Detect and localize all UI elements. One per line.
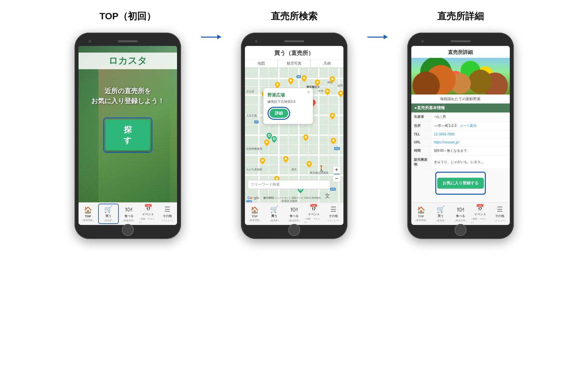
tab-other-3[interactable]: ☰ その他 （メニュー） — [490, 203, 509, 225]
svg-point-1 — [290, 80, 292, 82]
map-tab-aerial[interactable]: 航空写真 — [278, 59, 311, 68]
popup-close[interactable]: × — [307, 90, 310, 95]
zoom-in-button[interactable]: + — [333, 166, 341, 174]
screen2-section: 直売所検索 買う（直売所） 地図 航空写真 凡例 — [241, 10, 347, 239]
value-url[interactable]: https://nousan.jp/ — [431, 138, 510, 146]
hero-area: ロカスタ 近所の直売所を お気に入り登録しよう！ 探す — [79, 46, 177, 202]
area-label-8: ちひろ美術館 — [246, 168, 262, 171]
veg-illustration — [411, 58, 510, 95]
google-logo: Google — [248, 196, 259, 200]
favorite-button[interactable]: お気に入り登録する — [437, 178, 484, 189]
label-tel: TEL — [411, 130, 431, 138]
table-row: 生産者 ○山△男 — [411, 112, 510, 121]
svg-point-22 — [276, 178, 278, 180]
phone-topbar-3 — [411, 37, 510, 46]
detail-button[interactable]: 詳細 — [270, 109, 288, 118]
table-row: 住所 ○○市○○町1-2-3 ルート案内 — [411, 121, 510, 130]
tab-eat-1[interactable]: 🍽 食べる （飲食店等） — [119, 203, 139, 225]
tab-bar-3: 🏠 TOP （更新情報） 🛒 買う （直売所） 🍽 食べる （飲食店等） — [411, 202, 510, 225]
area-label-5: 土山店 — [246, 90, 254, 93]
value-address: ○○市○○町1-2-3 ルート案内 — [431, 121, 510, 130]
phone-speaker-1 — [118, 40, 138, 42]
tab-other-2[interactable]: ☰ その他 （メニュー） — [323, 203, 343, 225]
tab-buy-1[interactable]: 🛒 買う （直売所） — [98, 204, 119, 224]
phone-topbar-2 — [245, 37, 343, 46]
home-button-3[interactable] — [455, 224, 467, 236]
fav-btn-highlight: お気に入り登録する — [435, 172, 486, 195]
tab-other-1[interactable]: ☰ その他 （メニュー） — [158, 203, 177, 225]
tab-eat-3[interactable]: 🍽 食べる （飲食店等） — [451, 203, 470, 225]
pin-5 — [330, 76, 335, 83]
search-btn-wrapper: 探す — [103, 117, 152, 153]
svg-point-0 — [277, 84, 279, 86]
home-icon-1: 🏠 — [84, 206, 92, 214]
road-badge-5: 116 — [246, 200, 252, 202]
pin-2 — [288, 78, 294, 85]
tab-top-1[interactable]: 🏠 TOP （更新情報） — [79, 203, 98, 225]
google-e: e — [257, 196, 259, 200]
tab-buy-3[interactable]: 🛒 買う （直売所） — [431, 203, 451, 225]
calendar-icon-1: 📅 — [144, 204, 152, 212]
pin-yellow-r4c — [331, 138, 336, 144]
map-tab-map[interactable]: 地図 — [245, 59, 278, 68]
pin-yellow-r5b — [283, 156, 289, 163]
tab-eat-2[interactable]: 🍽 食べる （飲食店等） — [284, 203, 304, 225]
pin-9 — [338, 91, 343, 97]
popup-address: 練馬区下石神井3-6 — [268, 99, 309, 104]
tab-event-2[interactable]: 📅 イベント （体験・マルシェ） — [304, 203, 323, 225]
home-button-2[interactable] — [288, 224, 300, 236]
map-area: 東京都立大 中央 病院 成増 土山店 大泉学園 石神井郵便局 ちひろ美術館 上井… — [245, 68, 343, 202]
language-icon[interactable]: 文 — [325, 193, 330, 200]
road-badge-6: 443 — [334, 147, 340, 150]
calendar-icon-2: 📅 — [309, 204, 318, 212]
tab-buy-2[interactable]: 🛒 買う （直売所） — [265, 203, 284, 225]
cart-icon-3: 🛒 — [437, 205, 445, 213]
app-logo: ロカスタ — [79, 53, 177, 69]
hero-line1: 近所の直売所を — [79, 86, 177, 96]
road-badge-4: 245 — [330, 188, 336, 191]
home-button-1[interactable] — [122, 224, 134, 236]
cart-icon-2: 🛒 — [270, 205, 279, 213]
phone-camera-1 — [89, 40, 91, 43]
road-badge-7: 25 — [254, 120, 259, 123]
detail-info-table: 生産者 ○山△男 住所 ○○市○○町1-2-3 ルート案内 TEL 12-345… — [411, 112, 510, 169]
value-hours: 朝9:00～無くなるまで — [431, 146, 510, 155]
tab-event-1[interactable]: 📅 イベント （体験・マルシェ） — [138, 203, 158, 225]
phone-bottombar-1 — [79, 225, 177, 235]
pin-1 — [275, 82, 280, 89]
svg-point-21 — [308, 163, 310, 165]
zoom-out-button[interactable]: − — [333, 174, 341, 182]
tab-event-3[interactable]: 📅 イベント （体験・マルシェ） — [470, 203, 490, 225]
detail-caption: 毎朝採れたての新鮮野菜 — [411, 95, 510, 103]
tab-top-3[interactable]: 🏠 TOP （更新情報） — [411, 203, 431, 225]
screen1-section: TOP（初回） ロカスタ 近所の直売所を お気に入り登録しよう！ — [75, 10, 181, 239]
tab-top-2[interactable]: 🏠 TOP （更新情報） — [245, 203, 265, 225]
svg-point-19 — [262, 159, 264, 161]
home-icon-3: 🏠 — [417, 206, 425, 214]
svg-point-16 — [266, 141, 268, 143]
food-icon-3: 🍽 — [457, 206, 464, 213]
menu-icon-1: ☰ — [164, 205, 170, 213]
table-row: URL https://nousan.jp/ — [411, 138, 510, 146]
phone-speaker-2 — [284, 40, 304, 42]
search-button[interactable]: 探す — [105, 120, 150, 150]
food-icon-2: 🍽 — [291, 206, 297, 213]
pin-yellow-r4b — [303, 134, 308, 141]
area-label-4: 成増 — [337, 84, 343, 88]
hero-line2: お気に入り登録しよう！ — [79, 96, 177, 106]
label-url: URL — [411, 138, 431, 146]
map-controls: + − — [333, 166, 341, 182]
phone-camera-3 — [421, 40, 424, 43]
phone-camera-2 — [255, 40, 258, 43]
value-tel[interactable]: 12-3456-7890 — [431, 130, 510, 138]
map-tab-legend[interactable]: 凡例 — [311, 59, 343, 68]
phone-screen-2: 買う（直売所） 地図 航空写真 凡例 — [245, 46, 343, 225]
area-label-2: 中央 — [318, 89, 323, 93]
phone-frame-3: 直売所詳細 毎朝採れたての新鮮野菜 ●直売所基本情報 生産者 — [407, 33, 514, 239]
area-label-7: 石神井郵便局 — [246, 147, 262, 151]
svg-point-11 — [331, 114, 333, 116]
pin-yellow-r5c — [306, 161, 312, 168]
map-search-bar[interactable]: フリーワード検索 — [248, 180, 330, 189]
arrow-line-1 — [201, 37, 221, 38]
phone-screen-3: 直売所詳細 毎朝採れたての新鮮野菜 ●直売所基本情報 生産者 — [411, 46, 510, 225]
